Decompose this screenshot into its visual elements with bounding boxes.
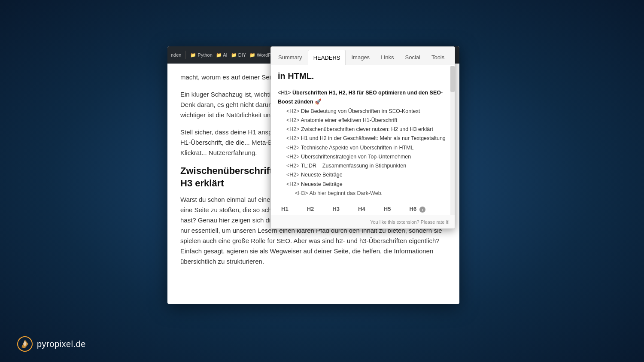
header-h2-item-3: <H2> Zwischenüberschriften clever nutzen…: [278, 125, 448, 134]
scrollbar-thumb[interactable]: [450, 66, 455, 92]
toolbar-ai[interactable]: 📁 AI: [216, 52, 228, 58]
tab-summary[interactable]: Summary: [273, 49, 308, 65]
stats-col-h1: H1: [278, 203, 304, 214]
header-h3-item-1: <H3> Ab hier beginnt das Dark-Web.: [278, 189, 448, 198]
seo-intro: in HTML.: [278, 70, 448, 82]
seo-tabs-bar: Summary HEADERS Images Links Social Tool…: [271, 47, 455, 65]
footer-text[interactable]: You like this extension? Please rate it!: [370, 219, 450, 225]
tab-tools[interactable]: Tools: [426, 49, 450, 65]
header-h2-item-1: <H2> Die Bedeutung von Überschriften im …: [278, 107, 448, 116]
header-h2-item-8: <H2> Neueste Beiträge: [278, 170, 448, 179]
tab-images[interactable]: Images: [346, 49, 375, 65]
toolbar-sep-1: [185, 51, 186, 59]
h1-tag: <H1>: [278, 90, 291, 96]
header-h1-item: <H1> Überschriften H1, H2, H3 für SEO op…: [278, 88, 448, 107]
stats-col-h6: H6 i: [406, 203, 448, 214]
seo-panel-content: in HTML. <H1> Überschriften H1, H2, H3 f…: [271, 65, 455, 214]
panel-footer: You like this extension? Please rate it!: [271, 215, 455, 228]
panel-scrollbar[interactable]: [450, 66, 455, 215]
tab-social[interactable]: Social: [399, 49, 425, 65]
toolbar-python[interactable]: 📁 Python: [190, 52, 212, 58]
stats-col-h5: H5: [380, 203, 406, 214]
stats-col-h3: H3: [329, 203, 355, 214]
header-h2-item-9: <H2> Neueste Beiträge: [278, 180, 448, 189]
pyropixel-logo-icon: [17, 336, 33, 352]
stats-col-h2: H2: [304, 203, 329, 214]
logo-area: pyropixel.de: [17, 336, 86, 352]
header-h2-item-6: <H2> Überschriftenstrategien von Top-Unt…: [278, 152, 448, 161]
heading-stats-table: H1 H2 H3 H4 H5 H6 i 1 9 1 0 0 0: [278, 203, 448, 214]
header-tree: <H1> Überschriften H1, H2, H3 für SEO op…: [278, 88, 448, 198]
header-h2-item-2: <H2> Anatomie einer effektiven H1-Übersc…: [278, 116, 448, 125]
header-h2-item-4: <H2> H1 und H2 in der Geschäftswelt: Meh…: [278, 134, 448, 143]
header-h2-item-5: <H2> Technische Aspekte von Überschrifte…: [278, 143, 448, 152]
stats-col-h4: H4: [355, 203, 380, 214]
toolbar-diy[interactable]: 📁 DIY: [231, 52, 246, 58]
logo-text: pyropixel.de: [37, 339, 86, 349]
seo-extension-panel: Summary HEADERS Images Links Social Tool…: [270, 46, 455, 229]
h6-info-icon[interactable]: i: [419, 207, 425, 213]
tab-headers[interactable]: HEADERS: [308, 50, 346, 65]
header-h2-item-7: <H2> TL;DR – Zusammenfassung in Stichpun…: [278, 161, 448, 170]
toolbar-nden[interactable]: nden: [171, 52, 181, 58]
tab-links[interactable]: Links: [375, 49, 399, 65]
